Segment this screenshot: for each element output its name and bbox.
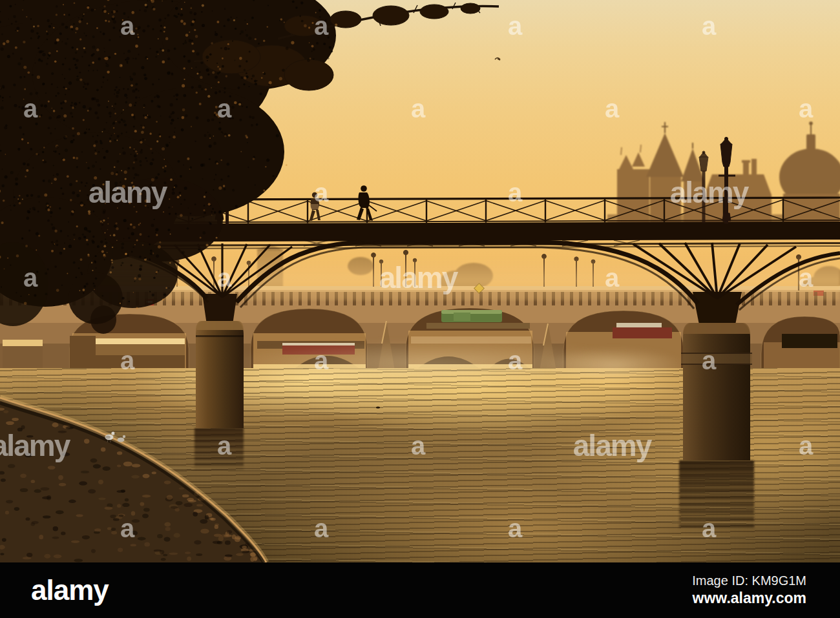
watermark-a: a [799,263,813,293]
website-url-text: www.alamy.com [692,589,806,608]
bird-on-water [376,407,380,409]
watermark-a: a [411,431,425,460]
watermark-a: a [217,94,231,123]
watermark-a: a [702,12,716,41]
watermark-a: a [799,94,813,123]
watermark-a: a [217,263,231,293]
watermark-alamy: alamy [89,175,166,210]
watermark-a: a [314,514,328,543]
watermark-a: a [605,94,619,123]
watermark-a: a [314,346,328,375]
stock-photo-page: aaaaaaaaaalamyaaalamyaaalamyaaaaaaalamya… [0,0,840,618]
photograph: aaaaaaaaaalamyaaalamyaaalamyaaaaaaalamya… [0,0,840,562]
watermark-a: a [120,12,134,41]
watermark-a: a [702,514,716,543]
watermark-a: a [411,94,425,123]
watermark-a: a [508,178,522,207]
watermark-a: a [217,431,231,460]
watermark-a: a [702,346,716,375]
watermark-a: a [799,431,813,460]
watermark-a: a [23,263,37,293]
alamy-footer-bar: alamy Image ID: KM9G1M www.alamy.com [0,562,840,618]
seagulls [105,407,381,443]
footer-info: Image ID: KM9G1M www.alamy.com [692,573,806,608]
watermark-a: a [314,12,328,41]
watermark-a: a [508,12,522,41]
watermark-alamy: alamy [0,428,69,463]
watermark-a: a [605,263,619,293]
watermark-alamy: alamy [379,260,457,295]
watermark-a: a [508,346,522,375]
watermark-a: a [23,94,37,123]
watermark-a: a [508,514,522,543]
watermark-alamy: alamy [670,175,748,210]
alamy-logo: alamy [31,574,109,606]
watermark-alamy: alamy [573,428,651,463]
image-id-text: Image ID: KM9G1M [692,573,806,589]
watermark-a: a [120,346,134,375]
watermark-a: a [120,514,134,543]
watermark-a: a [314,178,328,207]
